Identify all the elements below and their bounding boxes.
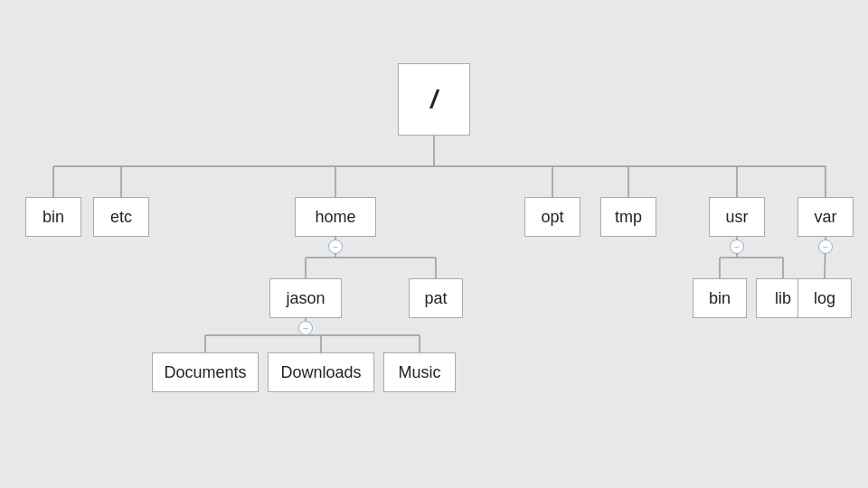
collapse-btn-cb_jason[interactable]: − (298, 321, 313, 335)
node-root[interactable]: / (398, 63, 470, 136)
node-tmp[interactable]: tmp (600, 197, 656, 237)
node-bin[interactable]: bin (25, 197, 81, 237)
node-jason[interactable]: jason (269, 278, 342, 318)
tree-container: /binetchomeopttmpusrvarjasonpatbinliblog… (0, 0, 868, 488)
collapse-btn-cb_home[interactable]: − (328, 239, 343, 254)
collapse-btn-cb_usr[interactable]: − (730, 239, 744, 254)
node-music[interactable]: Music (383, 352, 456, 392)
node-var[interactable]: var (797, 197, 854, 237)
node-usr_bin[interactable]: bin (693, 278, 747, 318)
node-pat[interactable]: pat (409, 278, 463, 318)
node-opt[interactable]: opt (524, 197, 580, 237)
node-downloads[interactable]: Downloads (268, 352, 374, 392)
node-documents[interactable]: Documents (152, 352, 259, 392)
node-usr[interactable]: usr (709, 197, 765, 237)
node-var_log[interactable]: log (797, 278, 852, 318)
collapse-btn-cb_var[interactable]: − (818, 239, 833, 254)
node-home[interactable]: home (295, 197, 376, 237)
node-etc[interactable]: etc (93, 197, 149, 237)
